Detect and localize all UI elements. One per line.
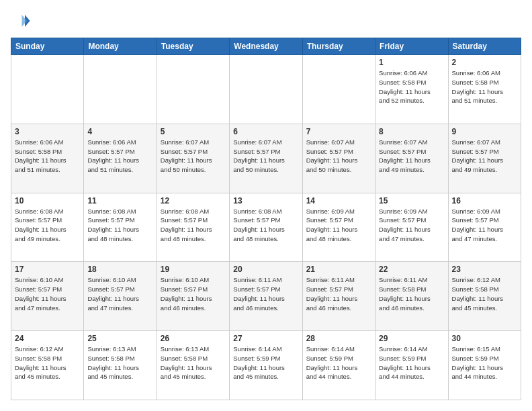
- day-number: 30: [452, 334, 517, 343]
- logo-icon: [11, 11, 31, 31]
- calendar-cell: 4Sunrise: 6:06 AM Sunset: 5:57 PM Daylig…: [84, 124, 157, 193]
- calendar-cell: 16Sunrise: 6:09 AM Sunset: 5:57 PM Dayli…: [448, 193, 521, 262]
- weekday-header-row: SundayMondayTuesdayWednesdayThursdayFrid…: [11, 38, 521, 55]
- day-number: 12: [161, 196, 226, 205]
- day-info: Sunrise: 6:11 AM Sunset: 5:57 PM Dayligh…: [233, 275, 298, 312]
- day-number: 23: [452, 265, 517, 274]
- calendar-cell: 27Sunrise: 6:14 AM Sunset: 5:59 PM Dayli…: [230, 331, 302, 400]
- day-number: 2: [452, 58, 517, 67]
- calendar-cell: 24Sunrise: 6:12 AM Sunset: 5:58 PM Dayli…: [11, 331, 84, 400]
- day-info: Sunrise: 6:07 AM Sunset: 5:57 PM Dayligh…: [233, 138, 298, 175]
- day-info: Sunrise: 6:11 AM Sunset: 5:58 PM Dayligh…: [379, 275, 444, 312]
- calendar-row-4: 24Sunrise: 6:12 AM Sunset: 5:58 PM Dayli…: [11, 331, 521, 400]
- day-number: 25: [87, 334, 152, 343]
- day-number: 4: [87, 127, 152, 136]
- day-info: Sunrise: 6:09 AM Sunset: 5:57 PM Dayligh…: [379, 207, 444, 244]
- day-number: 19: [161, 265, 226, 274]
- calendar-cell: 9Sunrise: 6:07 AM Sunset: 5:57 PM Daylig…: [448, 124, 521, 193]
- day-number: 22: [379, 265, 444, 274]
- calendar-cell: 22Sunrise: 6:11 AM Sunset: 5:58 PM Dayli…: [375, 262, 448, 331]
- calendar-cell: 11Sunrise: 6:08 AM Sunset: 5:57 PM Dayli…: [84, 193, 157, 262]
- day-info: Sunrise: 6:13 AM Sunset: 5:58 PM Dayligh…: [161, 345, 226, 381]
- calendar-cell: [302, 55, 375, 124]
- calendar-cell: 17Sunrise: 6:10 AM Sunset: 5:57 PM Dayli…: [11, 262, 84, 331]
- day-info: Sunrise: 6:08 AM Sunset: 5:57 PM Dayligh…: [233, 207, 298, 244]
- calendar-cell: 10Sunrise: 6:08 AM Sunset: 5:57 PM Dayli…: [11, 193, 84, 262]
- day-info: Sunrise: 6:08 AM Sunset: 5:57 PM Dayligh…: [87, 207, 152, 244]
- calendar-row-1: 3Sunrise: 6:06 AM Sunset: 5:58 PM Daylig…: [11, 124, 521, 193]
- calendar-cell: 25Sunrise: 6:13 AM Sunset: 5:58 PM Dayli…: [84, 331, 157, 400]
- day-number: 17: [15, 265, 80, 274]
- day-info: Sunrise: 6:07 AM Sunset: 5:57 PM Dayligh…: [379, 138, 444, 175]
- day-info: Sunrise: 6:12 AM Sunset: 5:58 PM Dayligh…: [15, 345, 80, 381]
- calendar-cell: 21Sunrise: 6:11 AM Sunset: 5:57 PM Dayli…: [302, 262, 375, 331]
- calendar-cell: 19Sunrise: 6:10 AM Sunset: 5:57 PM Dayli…: [157, 262, 229, 331]
- day-info: Sunrise: 6:08 AM Sunset: 5:57 PM Dayligh…: [161, 207, 226, 244]
- day-number: 27: [233, 334, 298, 343]
- calendar-cell: 28Sunrise: 6:14 AM Sunset: 5:59 PM Dayli…: [302, 331, 375, 400]
- day-number: 7: [306, 127, 371, 136]
- day-number: 8: [379, 127, 444, 136]
- day-number: 15: [379, 196, 444, 205]
- day-number: 1: [379, 58, 444, 67]
- day-info: Sunrise: 6:14 AM Sunset: 5:59 PM Dayligh…: [379, 345, 444, 381]
- day-info: Sunrise: 6:06 AM Sunset: 5:58 PM Dayligh…: [452, 68, 517, 105]
- day-number: 9: [452, 127, 517, 136]
- day-number: 16: [452, 196, 517, 205]
- calendar-cell: 23Sunrise: 6:12 AM Sunset: 5:58 PM Dayli…: [448, 262, 521, 331]
- calendar-row-3: 17Sunrise: 6:10 AM Sunset: 5:57 PM Dayli…: [11, 262, 521, 331]
- day-info: Sunrise: 6:07 AM Sunset: 5:57 PM Dayligh…: [306, 138, 371, 175]
- day-number: 3: [15, 127, 80, 136]
- day-info: Sunrise: 6:08 AM Sunset: 5:57 PM Dayligh…: [15, 207, 80, 244]
- calendar-cell: 15Sunrise: 6:09 AM Sunset: 5:57 PM Dayli…: [375, 193, 448, 262]
- day-info: Sunrise: 6:10 AM Sunset: 5:57 PM Dayligh…: [87, 275, 152, 312]
- day-info: Sunrise: 6:10 AM Sunset: 5:57 PM Dayligh…: [161, 275, 226, 312]
- calendar-cell: [84, 55, 157, 124]
- day-info: Sunrise: 6:07 AM Sunset: 5:57 PM Dayligh…: [161, 138, 226, 175]
- day-info: Sunrise: 6:06 AM Sunset: 5:58 PM Dayligh…: [379, 68, 444, 105]
- calendar-cell: 3Sunrise: 6:06 AM Sunset: 5:58 PM Daylig…: [11, 124, 84, 193]
- day-number: 14: [306, 196, 371, 205]
- day-number: 11: [87, 196, 152, 205]
- calendar-cell: 1Sunrise: 6:06 AM Sunset: 5:58 PM Daylig…: [375, 55, 448, 124]
- calendar-cell: 2Sunrise: 6:06 AM Sunset: 5:58 PM Daylig…: [448, 55, 521, 124]
- day-info: Sunrise: 6:12 AM Sunset: 5:58 PM Dayligh…: [452, 275, 517, 312]
- day-info: Sunrise: 6:14 AM Sunset: 5:59 PM Dayligh…: [233, 345, 298, 381]
- calendar-cell: 5Sunrise: 6:07 AM Sunset: 5:57 PM Daylig…: [157, 124, 229, 193]
- weekday-header-sunday: Sunday: [11, 38, 84, 55]
- page: SundayMondayTuesdayWednesdayThursdayFrid…: [0, 0, 532, 411]
- calendar-cell: 29Sunrise: 6:14 AM Sunset: 5:59 PM Dayli…: [375, 331, 448, 400]
- calendar-row-2: 10Sunrise: 6:08 AM Sunset: 5:57 PM Dayli…: [11, 193, 521, 262]
- day-info: Sunrise: 6:14 AM Sunset: 5:59 PM Dayligh…: [306, 345, 371, 381]
- calendar-cell: 18Sunrise: 6:10 AM Sunset: 5:57 PM Dayli…: [84, 262, 157, 331]
- day-number: 24: [15, 334, 80, 343]
- calendar-cell: 30Sunrise: 6:15 AM Sunset: 5:59 PM Dayli…: [448, 331, 521, 400]
- day-info: Sunrise: 6:09 AM Sunset: 5:57 PM Dayligh…: [306, 207, 371, 244]
- day-number: 10: [15, 196, 80, 205]
- weekday-header-friday: Friday: [375, 38, 448, 55]
- day-number: 6: [233, 127, 298, 136]
- weekday-header-monday: Monday: [84, 38, 157, 55]
- logo: [11, 11, 32, 31]
- day-number: 29: [379, 334, 444, 343]
- day-number: 13: [233, 196, 298, 205]
- calendar-cell: 20Sunrise: 6:11 AM Sunset: 5:57 PM Dayli…: [230, 262, 302, 331]
- day-info: Sunrise: 6:07 AM Sunset: 5:57 PM Dayligh…: [452, 138, 517, 175]
- calendar-cell: 14Sunrise: 6:09 AM Sunset: 5:57 PM Dayli…: [302, 193, 375, 262]
- day-number: 5: [161, 127, 226, 136]
- day-info: Sunrise: 6:06 AM Sunset: 5:58 PM Dayligh…: [15, 138, 80, 175]
- calendar-cell: [157, 55, 229, 124]
- day-number: 18: [87, 265, 152, 274]
- calendar-cell: 26Sunrise: 6:13 AM Sunset: 5:58 PM Dayli…: [157, 331, 229, 400]
- weekday-header-tuesday: Tuesday: [157, 38, 229, 55]
- calendar-cell: 13Sunrise: 6:08 AM Sunset: 5:57 PM Dayli…: [230, 193, 302, 262]
- day-info: Sunrise: 6:11 AM Sunset: 5:57 PM Dayligh…: [306, 275, 371, 312]
- calendar-cell: 8Sunrise: 6:07 AM Sunset: 5:57 PM Daylig…: [375, 124, 448, 193]
- day-number: 26: [161, 334, 226, 343]
- calendar-cell: 12Sunrise: 6:08 AM Sunset: 5:57 PM Dayli…: [157, 193, 229, 262]
- header: [11, 11, 521, 31]
- day-number: 21: [306, 265, 371, 274]
- day-info: Sunrise: 6:06 AM Sunset: 5:57 PM Dayligh…: [87, 138, 152, 175]
- weekday-header-saturday: Saturday: [448, 38, 521, 55]
- calendar-cell: [11, 55, 84, 124]
